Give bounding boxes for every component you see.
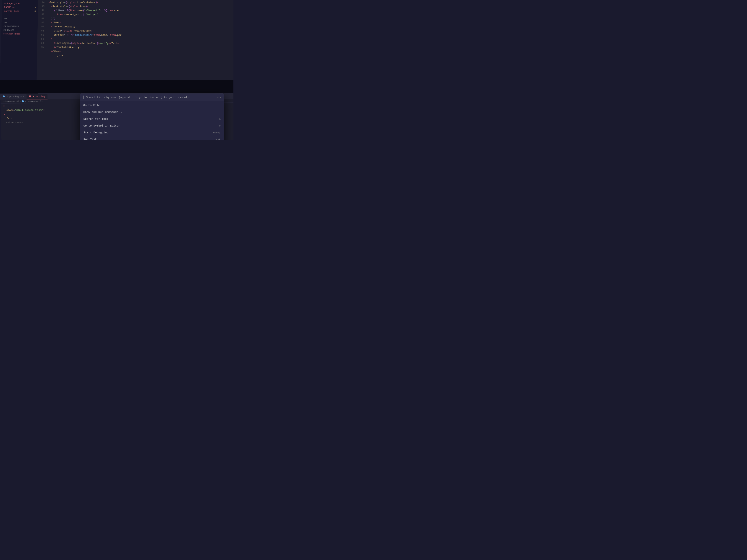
code-line: </Text> bbox=[48, 21, 233, 25]
shortcut-label: ⌘ E bbox=[217, 96, 221, 99]
command-palette[interactable]: ┃ Search files by name (append : to go t… bbox=[80, 94, 224, 140]
command-go-to-symbol[interactable]: Go to Symbol in Editor @ bbox=[80, 123, 224, 129]
file-name: ackage.json bbox=[4, 2, 20, 5]
command-shortcut: debug bbox=[213, 131, 221, 134]
code-content: <Text style={styles.itemContainer}> <Tex… bbox=[46, 0, 233, 82]
command-show-run-commands[interactable]: Show and Run Commands › bbox=[80, 109, 224, 116]
file-item[interactable]: config.json M bbox=[2, 9, 38, 13]
cursor-icon: ┃ bbox=[83, 96, 85, 99]
css-icon bbox=[3, 96, 5, 97]
search-placeholder-text: Search files by name (append : to go to … bbox=[86, 96, 216, 99]
section-label: INE bbox=[1, 21, 37, 25]
command-label: Show and Run Commands › bbox=[83, 111, 122, 114]
code-area: 44 45 46 47 48 49 50 51 52 53 54 55 <Tex… bbox=[37, 0, 233, 82]
command-shortcut: % bbox=[219, 118, 221, 121]
modified-badge: M bbox=[35, 6, 36, 8]
code-line: {` Name: ${item.name}\nChecked In: ${ite… bbox=[48, 8, 233, 12]
code-line: <Text style={styles.itemContainer}> bbox=[49, 0, 233, 5]
monitor-gap bbox=[0, 80, 233, 94]
line-numbers: 44 45 46 47 48 49 50 51 52 53 54 55 bbox=[37, 0, 47, 80]
breadcrumb-separator: > bbox=[20, 100, 21, 102]
breadcrumb-item: xl.space-y-10 bbox=[3, 100, 19, 102]
file-item[interactable]: ackage.json bbox=[2, 2, 38, 5]
command-label: Run Task bbox=[83, 138, 97, 140]
command-go-to-file[interactable]: Go to File bbox=[80, 102, 224, 109]
search-shortcuts: ⌘ E bbox=[217, 96, 221, 99]
code-line: onPress={() => handleNotify(item.name, i… bbox=[48, 33, 233, 38]
command-shortcut: @ bbox=[219, 125, 221, 127]
section-label: ER CONTAINERS bbox=[1, 24, 38, 28]
breadcrumb-item: div.space-y-2 bbox=[25, 100, 41, 102]
command-label: Go to File bbox=[83, 104, 100, 107]
file-name: config.json bbox=[4, 10, 20, 12]
tab-label: ▲ pricing bbox=[33, 95, 45, 98]
code-line: <Text style={styles.item}> bbox=[48, 4, 233, 8]
code-line: }`} bbox=[48, 17, 233, 21]
breadcrumb-separator: > bbox=[42, 100, 43, 102]
file-name: EADME.md bbox=[4, 6, 16, 9]
component-icon bbox=[22, 100, 24, 102]
react-icon bbox=[29, 96, 31, 97]
command-label: Search for Text bbox=[83, 117, 108, 121]
command-list: Go to File Show and Run Commands › Searc… bbox=[80, 101, 224, 140]
top-code-editor: ackage.json EADME.md M config.json M INE… bbox=[0, 0, 233, 82]
section-label: INE bbox=[2, 17, 38, 21]
code-line: <TouchableOpacity bbox=[48, 25, 233, 29]
command-shortcut: task bbox=[214, 138, 220, 140]
command-search-bar[interactable]: ┃ Search files by name (append : to go t… bbox=[80, 94, 224, 101]
command-search-text[interactable]: Search for Text % bbox=[80, 116, 224, 123]
command-label: Go to Symbol in Editor bbox=[83, 124, 120, 127]
file-item[interactable]: EADME.md M bbox=[2, 5, 38, 9]
tab-pricing-css[interactable]: # pricing.css bbox=[0, 94, 27, 100]
command-start-debugging[interactable]: Start Debugging debug bbox=[80, 129, 224, 136]
tab-label: # pricing.css bbox=[7, 96, 24, 98]
tab-pricing[interactable]: ▲ pricing bbox=[26, 94, 48, 100]
command-label: Start Debugging bbox=[83, 131, 108, 134]
modified-badge: M bbox=[34, 10, 36, 12]
code-line: item.checked_out || "Not yet" bbox=[48, 12, 233, 17]
command-run-task[interactable]: Run Task task bbox=[80, 136, 224, 140]
section-label: ER IMAGES bbox=[1, 28, 37, 32]
file-sidebar: ackage.json EADME.md M config.json M INE… bbox=[0, 0, 38, 80]
section-label: CONTAINER HEADER bbox=[1, 32, 37, 36]
